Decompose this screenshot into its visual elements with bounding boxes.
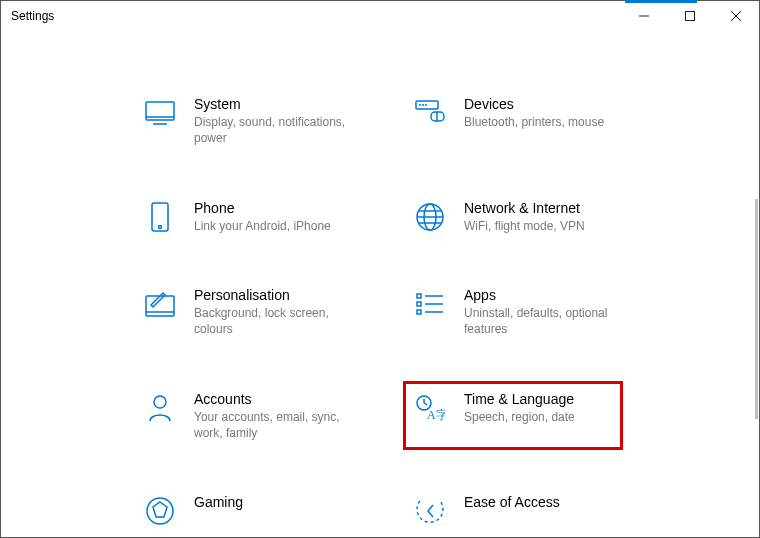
system-icon xyxy=(144,97,176,129)
tile-title: Personalisation xyxy=(194,286,349,304)
svg-point-14 xyxy=(159,225,162,228)
ease-of-access-icon xyxy=(414,495,446,527)
person-icon xyxy=(144,392,176,424)
svg-rect-22 xyxy=(417,294,421,298)
close-button[interactable] xyxy=(713,1,759,31)
globe-icon xyxy=(414,201,446,233)
phone-icon xyxy=(144,201,176,233)
apps-list-icon xyxy=(414,288,446,320)
tile-title: Phone xyxy=(194,199,331,217)
tile-desc: Display, sound, notifications, power xyxy=(194,114,349,146)
tile-time-language[interactable]: A字 Time & Language Speech, region, date xyxy=(406,384,620,448)
devices-icon xyxy=(414,97,446,129)
window-title: Settings xyxy=(11,9,54,23)
svg-point-28 xyxy=(154,396,166,408)
tile-desc: Link your Android, iPhone xyxy=(194,218,331,234)
tile-gaming[interactable]: Gaming xyxy=(136,487,376,533)
settings-window: Settings System Display, sound, notifica… xyxy=(0,0,760,538)
content-area: System Display, sound, notifications, po… xyxy=(1,31,759,537)
tile-personalisation[interactable]: Personalisation Background, lock screen,… xyxy=(136,280,376,344)
tile-desc: Your accounts, email, sync, work, family xyxy=(194,409,349,441)
svg-line-31 xyxy=(424,403,427,405)
tile-ease-of-access[interactable]: Ease of Access xyxy=(406,487,646,533)
tile-title: Network & Internet xyxy=(464,199,585,217)
tile-desc: Bluetooth, printers, mouse xyxy=(464,114,604,130)
gaming-icon xyxy=(144,495,176,527)
tile-title: Gaming xyxy=(194,493,243,511)
svg-rect-13 xyxy=(152,203,168,231)
tile-devices[interactable]: Devices Bluetooth, printers, mouse xyxy=(406,89,646,153)
svg-rect-24 xyxy=(417,302,421,306)
tile-desc: WiFi, flight mode, VPN xyxy=(464,218,585,234)
minimize-button[interactable] xyxy=(621,1,667,31)
window-accent xyxy=(625,0,697,3)
settings-grid: System Display, sound, notifications, po… xyxy=(1,31,759,533)
maximize-button[interactable] xyxy=(667,1,713,31)
paintbrush-icon xyxy=(144,288,176,320)
tile-title: Ease of Access xyxy=(464,493,560,511)
tile-apps[interactable]: Apps Uninstall, defaults, optional featu… xyxy=(406,280,646,344)
titlebar: Settings xyxy=(1,1,759,31)
tile-desc: Speech, region, date xyxy=(464,409,575,425)
tile-phone[interactable]: Phone Link your Android, iPhone xyxy=(136,193,376,240)
tile-title: Apps xyxy=(464,286,619,304)
svg-rect-26 xyxy=(417,310,421,314)
svg-rect-1 xyxy=(686,12,695,21)
tile-title: System xyxy=(194,95,349,113)
tile-title: Time & Language xyxy=(464,390,575,408)
time-language-icon: A字 xyxy=(414,392,446,424)
tile-system[interactable]: System Display, sound, notifications, po… xyxy=(136,89,376,153)
tile-network[interactable]: Network & Internet WiFi, flight mode, VP… xyxy=(406,193,646,240)
tile-title: Accounts xyxy=(194,390,349,408)
tile-desc: Background, lock screen, colours xyxy=(194,305,349,337)
tile-title: Devices xyxy=(464,95,604,113)
scrollbar[interactable] xyxy=(755,199,758,419)
tile-accounts[interactable]: Accounts Your accounts, email, sync, wor… xyxy=(136,384,376,448)
window-buttons xyxy=(621,1,759,31)
tile-desc: Uninstall, defaults, optional features xyxy=(464,305,619,337)
svg-text:A字: A字 xyxy=(427,408,445,422)
